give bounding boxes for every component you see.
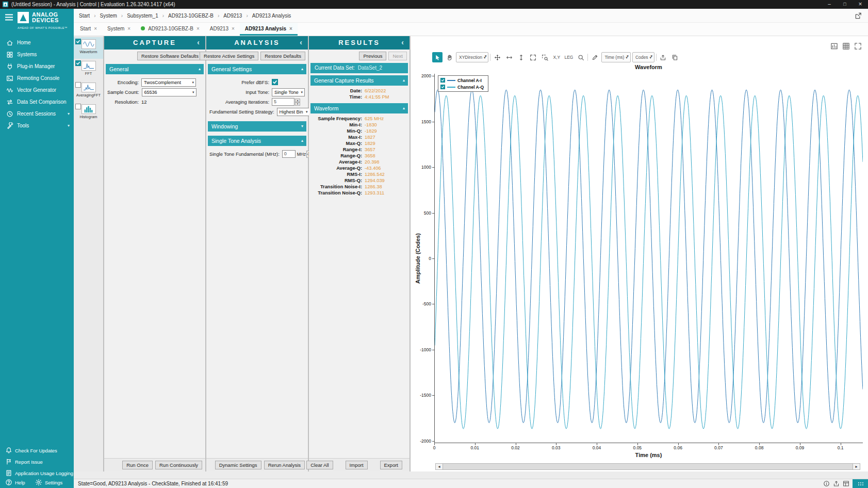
general-capture-results-section-header[interactable]: General Capture Results [310, 75, 408, 86]
Vector Generator[interactable]: Vector Generator [0, 84, 74, 96]
run-once-button[interactable]: Run Once [122, 461, 153, 469]
close-button[interactable] [853, 0, 868, 9]
FFT[interactable]: FFT [74, 59, 103, 80]
run-continuously-button[interactable]: Run Continuously [155, 461, 202, 469]
tool-checkbox[interactable] [75, 82, 81, 88]
fundamental-strategy-dropdown[interactable]: Highest Bin [277, 108, 310, 116]
session-tab[interactable]: AD9213 Analysis [240, 23, 298, 36]
Data Set Comparison[interactable]: Data Set Comparison [0, 96, 74, 108]
breadcrumb-item[interactable]: Subsystem_1 [127, 13, 158, 19]
tab-close-icon[interactable] [196, 26, 200, 31]
fit-width-tool[interactable] [504, 52, 514, 62]
averaging-iterations-stepper[interactable] [295, 99, 300, 106]
restore-software-defaults-button[interactable]: Restore Software Defaults [137, 52, 203, 60]
session-tab[interactable]: AD9213 [205, 23, 240, 36]
clear-all-button[interactable]: Clear All [306, 461, 333, 469]
fit-height-tool[interactable] [516, 52, 526, 62]
windowing-section-header[interactable]: Windowing [208, 121, 306, 132]
tool-checkbox[interactable] [75, 104, 81, 109]
dynamic-settings-button[interactable]: Dynamic Settings [215, 461, 261, 469]
next-dataset-button[interactable]: Next [388, 52, 407, 60]
fullscreen-button[interactable] [854, 42, 862, 50]
legend-checkbox[interactable] [440, 85, 445, 89]
sidebar-item-help[interactable]: Help [0, 478, 30, 487]
input-tone-dropdown[interactable]: Single Tone [272, 88, 305, 96]
export-log-button[interactable] [833, 480, 840, 487]
legend-item[interactable]: Channel A-Q [440, 84, 484, 90]
tab-close-icon[interactable] [94, 26, 97, 31]
prefer-dbfs-checkbox[interactable] [272, 79, 278, 85]
encoding-dropdown[interactable]: TwosComplement [141, 78, 196, 87]
waveform-plot[interactable] [435, 74, 863, 443]
single-tone-analysis-section-header[interactable]: Single Tone Analysis [208, 136, 306, 146]
layout-button[interactable] [843, 480, 849, 487]
collapse-panel-icon[interactable] [197, 36, 201, 48]
Plug-in Manager[interactable]: Plug-in Manager [0, 60, 74, 72]
minimize-button[interactable] [822, 0, 837, 9]
breadcrumb-item[interactable]: AD9213 [223, 13, 242, 19]
y-units-dropdown[interactable]: Codes [632, 52, 654, 62]
xy-direction-dropdown[interactable]: XYDirection [456, 52, 488, 62]
pointer-tool[interactable] [432, 52, 443, 62]
scroll-right-icon[interactable] [853, 464, 860, 469]
collapse-panel-icon[interactable] [401, 36, 405, 48]
Home[interactable]: Home [0, 37, 74, 48]
spin-up-icon[interactable] [295, 99, 300, 102]
single-tone-fundamental-input[interactable]: 0 [282, 150, 296, 158]
tab-close-icon[interactable] [232, 26, 235, 31]
Histogram[interactable]: Histogram [74, 102, 103, 124]
restore-active-settings-button[interactable]: Restore Active Settings [200, 52, 258, 60]
Remoting Console[interactable]: Remoting Console [0, 72, 74, 84]
legend-toggle[interactable]: LEG [563, 52, 574, 62]
averaging-iterations-input[interactable]: 5 [272, 98, 294, 106]
tool-checkbox[interactable] [75, 60, 81, 66]
Systems[interactable]: Systems [0, 48, 74, 60]
chart-horizontal-scrollbar[interactable] [435, 463, 860, 470]
open-session-icon[interactable] [854, 12, 863, 20]
waveform-results-section-header[interactable]: Waveform [310, 103, 408, 113]
rerun-analysis-button[interactable]: Rerun Analysis [264, 461, 305, 469]
breadcrumb-item[interactable]: System [100, 13, 117, 19]
scrollbar-thumb[interactable] [443, 464, 853, 469]
Report Issue[interactable]: Report Issue [0, 456, 74, 467]
restore-defaults-button[interactable]: Restore Defaults [260, 52, 305, 60]
tab-close-icon[interactable] [127, 26, 130, 31]
scroll-left-icon[interactable] [436, 464, 443, 469]
pan-tool[interactable] [444, 52, 454, 62]
Recent Sessions[interactable]: Recent Sessions [0, 108, 74, 120]
zoom-region-tool[interactable] [539, 52, 550, 62]
tab-close-icon[interactable] [289, 26, 292, 31]
general-settings-section-header[interactable]: General Settings [208, 64, 306, 74]
annotate-tool[interactable] [589, 52, 600, 62]
Waveform[interactable]: Waveform [74, 37, 103, 59]
spin-down-icon[interactable] [295, 102, 300, 106]
AveragingFFT[interactable]: AveragingFFT [74, 80, 103, 102]
copy-chart-button[interactable] [670, 52, 680, 62]
export-data-button[interactable] [658, 52, 668, 62]
info-button[interactable] [823, 480, 830, 487]
session-tab[interactable]: AD9213-10GEBZ-B [136, 23, 205, 36]
resize-grip[interactable] [853, 479, 868, 488]
sample-count-dropdown[interactable]: 65536 [142, 88, 196, 96]
x-units-dropdown[interactable]: Time (ms) [601, 52, 630, 62]
Application Usage Logging[interactable]: Application Usage Logging [0, 467, 74, 479]
zoom-tool[interactable] [576, 52, 586, 62]
breadcrumb-item[interactable]: Start [79, 13, 90, 19]
maximize-button[interactable] [837, 0, 853, 9]
collapse-panel-icon[interactable] [300, 36, 304, 48]
xy-readout-toggle[interactable]: X,Y [551, 52, 562, 62]
previous-dataset-button[interactable]: Previous [359, 52, 386, 60]
export-button[interactable]: Export [380, 461, 402, 469]
Check For Updates[interactable]: Check For Updates [0, 445, 74, 456]
fit-all-tool[interactable] [528, 52, 538, 62]
session-tab[interactable]: Start [75, 23, 102, 36]
chart-options-button[interactable] [830, 42, 838, 50]
import-button[interactable]: Import [346, 461, 368, 469]
legend-item[interactable]: Channel A-I [440, 77, 484, 84]
breadcrumb-item[interactable]: AD9213-10GEBZ-B [168, 13, 214, 19]
general-section-header[interactable]: General [106, 64, 204, 74]
sidebar-item-settings[interactable]: Settings [30, 478, 67, 487]
breadcrumb-item[interactable]: AD9213 Analysis [252, 13, 291, 19]
session-tab[interactable]: System [102, 23, 136, 36]
legend-checkbox[interactable] [440, 78, 445, 83]
